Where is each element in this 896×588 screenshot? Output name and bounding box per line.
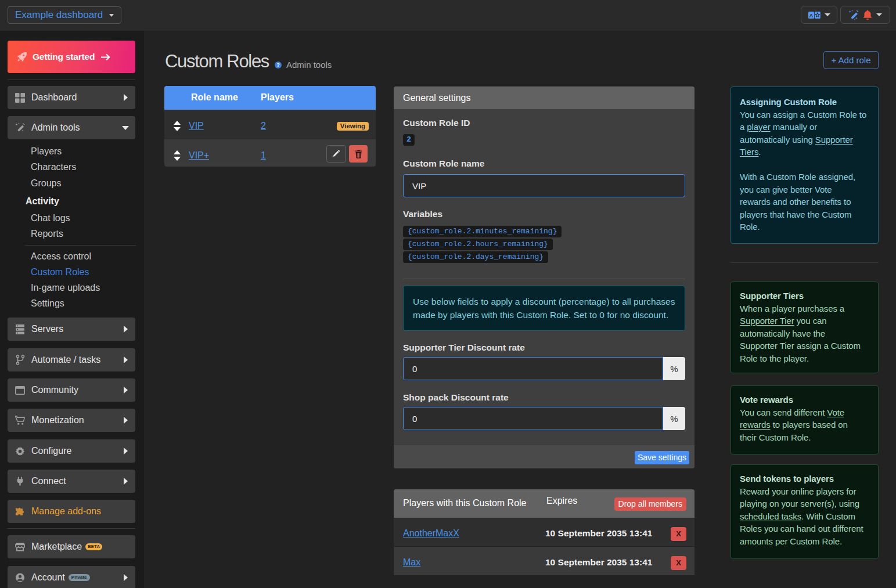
svg-text:A: A <box>809 12 813 18</box>
